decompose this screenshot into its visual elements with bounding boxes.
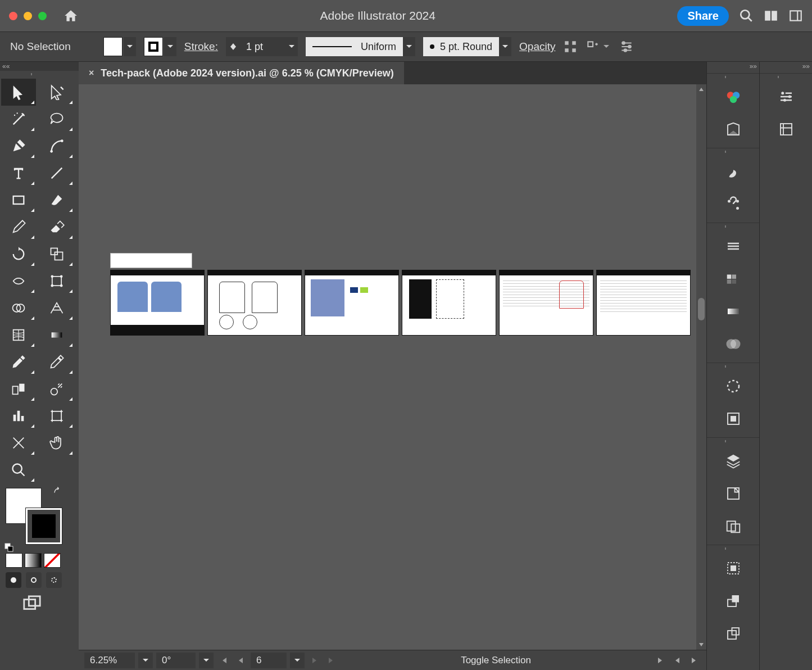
profile-dropdown[interactable]: [403, 37, 415, 56]
last-artboard-icon[interactable]: [325, 653, 338, 668]
swatches-panel-icon[interactable]: [707, 262, 759, 295]
draw-inside-button[interactable]: [46, 572, 62, 588]
home-icon[interactable]: [63, 8, 78, 23]
fill-stroke-control[interactable]: [6, 488, 62, 544]
stroke-weight-stepper[interactable]: [226, 37, 241, 56]
curvature-tool[interactable]: [39, 133, 74, 160]
perspective-grid-tool[interactable]: [39, 295, 74, 322]
properties-panel-icon[interactable]: [760, 80, 812, 113]
width-tool[interactable]: [1, 268, 36, 295]
draw-behind-button[interactable]: [26, 572, 42, 588]
magic-wand-tool[interactable]: [1, 106, 36, 133]
panel-b-collapse[interactable]: »»: [760, 62, 812, 71]
default-fill-stroke-icon[interactable]: [4, 543, 13, 554]
gradient-panel-icon[interactable]: [707, 295, 759, 328]
artboard-nav-input[interactable]: 6: [251, 653, 287, 668]
appearance-panel-icon[interactable]: [707, 370, 759, 402]
tools-collapse[interactable]: ««: [0, 62, 79, 71]
pencil-tool[interactable]: [1, 214, 36, 241]
eraser-tool[interactable]: [39, 214, 74, 241]
paintbrush-tool[interactable]: [39, 187, 74, 214]
canvas[interactable]: [79, 84, 706, 650]
transform-dropdown[interactable]: [601, 39, 611, 54]
none-mode-button[interactable]: [44, 553, 61, 568]
color-mode-button[interactable]: [6, 553, 22, 568]
panel-a-collapse[interactable]: »»: [707, 62, 759, 71]
artboard[interactable]: [402, 270, 496, 336]
artboard[interactable]: [110, 270, 205, 336]
shape-builder-tool[interactable]: [1, 295, 36, 322]
screen-mode-button[interactable]: [0, 588, 79, 616]
layers-panel-icon[interactable]: [707, 445, 759, 477]
pen-tool[interactable]: [1, 133, 36, 160]
pathfinder-panel-icon[interactable]: [707, 585, 759, 617]
swap-fill-stroke-icon[interactable]: [53, 487, 63, 499]
maximize-window-button[interactable]: [38, 12, 47, 20]
align-panel-shortcut-icon[interactable]: [563, 39, 578, 54]
hscroll-right-icon[interactable]: [654, 653, 667, 668]
column-graph-tool[interactable]: [1, 402, 36, 429]
transform-panel-icon[interactable]: [707, 617, 759, 650]
artboard[interactable]: [499, 270, 593, 336]
artboard[interactable]: [207, 270, 302, 336]
stroke-box[interactable]: [26, 508, 62, 544]
artboard[interactable]: [305, 270, 399, 336]
scroll-down-icon[interactable]: [696, 640, 706, 650]
type-tool[interactable]: [1, 160, 36, 187]
opacity-label[interactable]: Opacity: [519, 40, 555, 53]
graphic-styles-panel-icon[interactable]: [707, 402, 759, 435]
document-tab[interactable]: × Tech-pack (Adobe 2024 version).ai @ 6.…: [79, 62, 404, 84]
eyedropper-tool-alt[interactable]: [39, 348, 74, 375]
symbols-panel-icon[interactable]: [707, 188, 759, 220]
scroll-up-icon[interactable]: [696, 84, 706, 94]
color-guide-panel-icon[interactable]: [707, 113, 759, 146]
transparency-panel-icon[interactable]: [707, 328, 759, 360]
arrange-docs-icon[interactable]: [764, 8, 778, 23]
gradient-mode-button[interactable]: [25, 553, 42, 568]
first-artboard-icon[interactable]: [217, 653, 230, 668]
search-icon[interactable]: [739, 8, 754, 23]
eyedropper-tool[interactable]: [1, 348, 36, 375]
zoom-tool[interactable]: [1, 456, 36, 483]
blend-tool[interactable]: [1, 375, 36, 402]
variable-width-profile[interactable]: Uniform: [306, 37, 403, 56]
artboard-tool[interactable]: [39, 402, 74, 429]
zoom-dropdown[interactable]: [138, 653, 153, 668]
selection-tool[interactable]: [1, 79, 36, 106]
stroke-weight-dropdown[interactable]: [285, 37, 298, 56]
artboards-panel-icon[interactable]: [707, 510, 759, 542]
hand-tool[interactable]: [39, 429, 74, 456]
align-panel-icon[interactable]: [707, 552, 759, 585]
line-tool[interactable]: [39, 160, 74, 187]
draw-normal-button[interactable]: [6, 572, 21, 588]
gradient-tool[interactable]: [39, 322, 74, 348]
stroke-label[interactable]: Stroke:: [184, 40, 218, 53]
brushes-panel-icon[interactable]: [707, 155, 759, 188]
rotate-dropdown[interactable]: [199, 653, 214, 668]
slice-tool[interactable]: [1, 429, 36, 456]
scale-tool[interactable]: [39, 241, 74, 268]
next-artboard-icon[interactable]: [308, 653, 321, 668]
minimize-window-button[interactable]: [24, 12, 32, 20]
fill-swatch-dropdown[interactable]: [103, 37, 136, 56]
brush-dropdown[interactable]: [499, 37, 511, 56]
transform-panel-shortcut-icon[interactable]: [586, 39, 600, 54]
hscroll-left-marker-icon[interactable]: [670, 653, 684, 668]
preferences-icon[interactable]: [619, 39, 634, 54]
libraries-panel-icon[interactable]: [760, 113, 812, 146]
artboard[interactable]: [596, 270, 691, 336]
mesh-tool[interactable]: [1, 322, 36, 348]
workspace-switcher-icon[interactable]: [788, 8, 803, 23]
links-panel-icon[interactable]: [707, 477, 759, 510]
brush-definition[interactable]: 5 pt. Round: [423, 37, 499, 56]
close-tab-icon[interactable]: ×: [89, 68, 94, 78]
stroke-swatch-dropdown[interactable]: [144, 37, 176, 56]
scroll-thumb[interactable]: [698, 298, 705, 320]
lasso-tool[interactable]: [39, 106, 74, 133]
vertical-scrollbar[interactable]: [696, 84, 706, 650]
prev-artboard-icon[interactable]: [234, 653, 247, 668]
artboard-nav-dropdown[interactable]: [290, 653, 305, 668]
direct-selection-tool[interactable]: [39, 79, 74, 106]
rotate-tool[interactable]: [1, 241, 36, 268]
rectangle-tool[interactable]: [1, 187, 36, 214]
